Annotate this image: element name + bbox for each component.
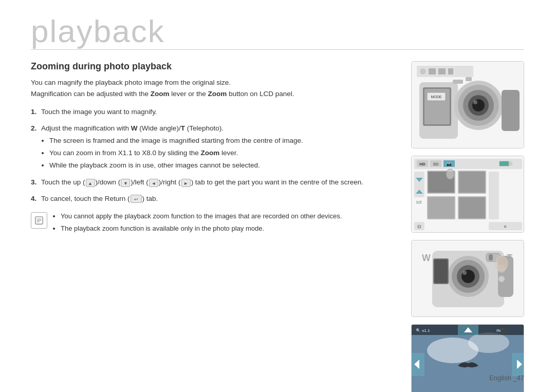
bullet-2-1: The screen is framed and the image is ma… (49, 135, 396, 146)
svg-text:📷: 📷 (447, 161, 452, 166)
svg-rect-8 (438, 68, 446, 74)
step-1: 1. Touch the image you want to magnify. (31, 106, 396, 118)
step-1-content: Touch the image you want to magnify. (41, 106, 396, 118)
svg-rect-44 (428, 197, 454, 218)
device-image-1: MODE (411, 61, 524, 148)
svg-text:HD: HD (419, 162, 425, 166)
page-title: playback (31, 15, 524, 47)
content-area: Zooming during photo playback You can ma… (31, 61, 396, 392)
step-1-number: 1. (31, 106, 38, 118)
svg-text:⊟: ⊟ (417, 224, 421, 229)
svg-rect-42 (459, 172, 485, 193)
camera-device-svg: MODE (412, 62, 524, 148)
zoomed-photo-svg: 🔍 x1.1 IN ⬛ ↩ (412, 325, 524, 392)
svg-text:1/2: 1/2 (416, 200, 422, 204)
step-3-number: 3. (31, 177, 38, 188)
intro-text: You can magnify the playback photo image… (31, 77, 396, 99)
section-title: Zooming during photo playback (31, 61, 396, 72)
svg-rect-48 (489, 172, 499, 219)
svg-text:SD: SD (433, 162, 438, 166)
bullet-2-3: While the playback zoom is in use, other… (49, 160, 396, 171)
note-icon-box (31, 212, 47, 229)
svg-point-69 (495, 256, 508, 271)
svg-rect-23 (466, 77, 472, 81)
svg-text:MODE: MODE (431, 95, 442, 99)
return-icon: ↩ (131, 195, 142, 203)
svg-point-68 (498, 276, 505, 282)
svg-rect-65 (489, 254, 493, 260)
svg-rect-34 (499, 161, 509, 166)
step-2-number: 2. (31, 123, 38, 172)
svg-point-61 (462, 271, 467, 275)
step-4-number: 4. (31, 193, 38, 204)
step-3-content: Touch the up (▲)/down (▼)/left (◄)/right… (41, 177, 396, 188)
svg-text:🔍 x1.1: 🔍 x1.1 (416, 328, 430, 333)
right-icon: ► (181, 179, 191, 187)
page-footer: English _47 (489, 374, 524, 382)
svg-rect-46 (459, 197, 485, 218)
bullet-2-2: You can zoom in from X1.1 to X8.0 by sli… (49, 147, 396, 159)
svg-rect-9 (448, 68, 453, 74)
down-icon: ▼ (121, 179, 130, 187)
note-bullet-1: You cannot apply the playback zoom funct… (61, 211, 342, 222)
page-container: playback Zooming during photo playback Y… (0, 0, 555, 392)
svg-point-6 (420, 68, 426, 74)
svg-rect-63 (434, 259, 448, 283)
svg-text:W: W (422, 253, 431, 263)
note-content: You cannot apply the playback zoom funct… (52, 211, 342, 236)
footer-text: English _47 (489, 374, 524, 382)
note-box: You cannot apply the playback zoom funct… (31, 211, 396, 236)
svg-text:IN ⬛: IN ⬛ (496, 328, 507, 333)
step-4: 4. To cancel, touch the Return (↩) tab. (31, 193, 396, 204)
note-bullets: You cannot apply the playback zoom funct… (61, 211, 342, 234)
note-bullet-2: The playback zoom function is available … (61, 223, 342, 234)
main-layout: Zooming during photo playback You can ma… (31, 61, 524, 392)
images-area: MODE (411, 61, 524, 392)
svg-rect-7 (429, 68, 436, 74)
zoom-camera-svg: W T (412, 240, 524, 317)
playback-screen-svg: HD SD 📷 (412, 156, 524, 233)
step-4-content: To cancel, touch the Return (↩) tab. (41, 193, 396, 204)
svg-point-40 (446, 169, 454, 179)
title-divider (31, 49, 524, 50)
step-2: 2. Adjust the magnification with W (Wide… (31, 123, 396, 172)
pencil-note-icon (34, 216, 44, 225)
device-image-3: W T (411, 240, 524, 317)
step-2-content: Adjust the magnification with W (Wide an… (41, 123, 396, 172)
step-3: 3. Touch the up (▲)/down (▼)/left (◄)/ri… (31, 177, 396, 188)
step-2-bullets: The screen is framed and the image is ma… (49, 135, 396, 171)
svg-point-73 (468, 332, 509, 353)
svg-point-20 (473, 100, 477, 104)
svg-rect-22 (453, 80, 463, 84)
svg-rect-33 (510, 162, 512, 165)
device-image-4: 🔍 x1.1 IN ⬛ ↩ (411, 324, 524, 392)
svg-rect-21 (502, 90, 520, 131)
svg-text:≡: ≡ (504, 224, 506, 229)
left-icon: ◄ (149, 179, 158, 187)
device-image-2: HD SD 📷 (411, 156, 524, 233)
up-icon: ▲ (86, 179, 95, 187)
